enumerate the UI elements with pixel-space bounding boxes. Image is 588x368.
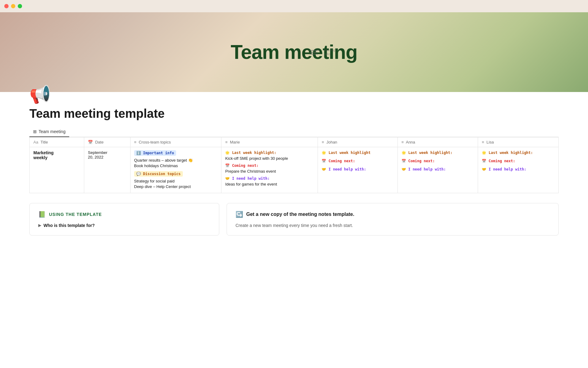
important-info-tag: ℹ️ Important info xyxy=(134,150,218,157)
lisa-last-week-label: 🌟 Last week highlight: xyxy=(482,151,533,155)
cell-lisa: 🌟 Last week highlight: 📅 Coming next: 🤝 … xyxy=(478,147,559,193)
johan-coming-next-label: 📅 Coming next: xyxy=(322,159,355,163)
lisa-last-week: 🌟 Last week highlight: xyxy=(482,150,555,156)
col-johan-label: Johan xyxy=(326,140,337,144)
discussion-topics-badge: 💬 Discussion topics xyxy=(134,171,183,177)
page-title: Team meeting template xyxy=(29,107,559,121)
marie-coming-next: 📅 Coming next: Prepare the Christmas eve… xyxy=(225,163,314,174)
cross-line-1: Quarter results – above target 👏 xyxy=(134,158,218,163)
lisa-help: 🤝 I need help with: xyxy=(482,167,555,173)
watermark-logo xyxy=(310,48,322,57)
col-header-title: Aa Title xyxy=(30,137,84,147)
col-header-cross: ≡ Cross-team topics xyxy=(130,137,221,147)
marie-help-value: Ideas for games for the event xyxy=(225,182,314,186)
minimize-button[interactable] xyxy=(11,4,15,8)
col-header-johan: ≡ Johan xyxy=(318,137,398,147)
col-date-label: Date xyxy=(95,140,104,144)
cross-line-2: Book holidays Christmas xyxy=(134,163,218,168)
marie-help: 🤝 I need help with: Ideas for games for … xyxy=(225,176,314,186)
col-header-marie: ≡ Marie xyxy=(221,137,318,147)
cell-anna: 🌟 Last week highlight: 📅 Coming next: 🤝 … xyxy=(398,147,478,193)
important-info-badge: ℹ️ Important info xyxy=(134,150,176,156)
row-date: September20, 2022 xyxy=(88,150,107,159)
marie-coming-next-value: Prepare the Christmas event xyxy=(225,169,314,174)
get-copy-title: Get a new copy of the meeting notes temp… xyxy=(246,212,354,217)
watermark-text: learning talks xyxy=(324,48,335,56)
anna-col-icon: ≡ xyxy=(401,140,404,144)
date-col-icon: 📅 xyxy=(88,140,93,144)
table-header-row: Aa Title 📅 Date ≡ Cross-team topics ≡ Ma… xyxy=(30,137,559,147)
main-content: Team meeting template ⊞ Team meeting Aa … xyxy=(0,107,588,193)
hero-banner: Team meeting learning talks xyxy=(0,12,588,92)
maximize-button[interactable] xyxy=(18,4,22,8)
marie-coming-next-label: 📅 Coming next: xyxy=(225,163,258,168)
page-icon-area: 📢 xyxy=(0,86,588,103)
lisa-help-label: 🤝 I need help with: xyxy=(482,167,526,171)
tab-row: ⊞ Team meeting xyxy=(29,127,559,137)
cross-col-icon: ≡ xyxy=(134,140,137,144)
cell-title: Marketingweekly xyxy=(30,147,84,193)
lisa-coming-next-label: 📅 Coming next: xyxy=(482,159,515,163)
title-col-icon: Aa xyxy=(33,140,38,144)
col-marie-label: Marie xyxy=(230,140,240,144)
discussion-line-2: Deep dive – Help Center project xyxy=(134,184,218,189)
card-left-header: 📗 USING THE TEMPLATE xyxy=(38,211,210,218)
titlebar xyxy=(0,0,588,12)
tab-team-meeting[interactable]: ⊞ Team meeting xyxy=(29,127,69,137)
chevron-icon: ▶ xyxy=(38,223,41,228)
anna-coming-next-label: 📅 Coming next: xyxy=(401,159,435,163)
col-header-lisa: ≡ Lisa xyxy=(478,137,559,147)
anna-help: 🤝 I need help with: xyxy=(401,167,474,173)
cell-cross-team: ℹ️ Important info Quarter results – abov… xyxy=(130,147,221,193)
marie-help-label: 🤝 I need help with: xyxy=(225,176,270,181)
marie-col-icon: ≡ xyxy=(225,140,228,144)
col-title-label: Title xyxy=(40,140,48,144)
col-cross-label: Cross-team topics xyxy=(139,140,171,144)
discussion-line-1: Strategy for social paid xyxy=(134,179,218,183)
table-row: Marketingweekly September20, 2022 ℹ️ Imp… xyxy=(30,147,559,193)
cell-date: September20, 2022 xyxy=(84,147,130,193)
get-copy-icon: ↪️ xyxy=(236,211,243,218)
lisa-col-icon: ≡ xyxy=(482,140,484,144)
anna-last-week-label: 🌟 Last week highlight: xyxy=(401,151,453,155)
who-is-this-label: Who is this template for? xyxy=(43,223,95,228)
johan-col-icon: ≡ xyxy=(322,140,324,144)
using-template-title: USING THE TEMPLATE xyxy=(49,212,102,217)
anna-coming-next: 📅 Coming next: xyxy=(401,159,474,164)
marie-last-week-value: Kick-off SME project with 30 people xyxy=(225,156,314,161)
marie-last-week: 🌟 Last week highlight: Kick-off SME proj… xyxy=(225,150,314,161)
anna-last-week: 🌟 Last week highlight: xyxy=(401,150,474,156)
row-title: Marketingweekly xyxy=(33,150,54,160)
johan-help: 🤝 I need help with: xyxy=(322,167,394,173)
col-anna-label: Anna xyxy=(406,140,415,144)
cell-johan: 🌟 Last week highlight 📅 Coming next: 🤝 I… xyxy=(318,147,398,193)
page-icon: 📢 xyxy=(29,85,51,104)
johan-last-week-label: 🌟 Last week highlight xyxy=(322,151,371,155)
tab-icon: ⊞ xyxy=(33,129,37,134)
johan-coming-next: 📅 Coming next: xyxy=(322,159,394,164)
who-is-this-collapsible[interactable]: ▶ Who is this template for? xyxy=(38,223,210,228)
using-template-card: 📗 USING THE TEMPLATE ▶ Who is this templ… xyxy=(29,203,219,236)
get-copy-subtitle: Create a new team meeting every time you… xyxy=(236,223,550,228)
marie-last-week-label: 🌟 Last week highlight: xyxy=(225,151,276,155)
discussion-topics-section: 💬 Discussion topics Strategy for social … xyxy=(134,171,218,189)
bottom-section: 📗 USING THE TEMPLATE ▶ Who is this templ… xyxy=(0,203,588,248)
col-header-anna: ≡ Anna xyxy=(398,137,478,147)
johan-help-label: 🤝 I need help with: xyxy=(322,167,366,171)
hero-title: Team meeting xyxy=(231,41,357,63)
hero-watermark: learning talks xyxy=(310,48,335,57)
anna-help-label: 🤝 I need help with: xyxy=(401,167,446,171)
close-button[interactable] xyxy=(4,4,9,8)
tab-label: Team meeting xyxy=(39,129,66,134)
col-header-date: 📅 Date xyxy=(84,137,130,147)
using-template-icon: 📗 xyxy=(38,211,46,218)
cell-marie: 🌟 Last week highlight: Kick-off SME proj… xyxy=(221,147,318,193)
data-table: Aa Title 📅 Date ≡ Cross-team topics ≡ Ma… xyxy=(29,137,559,193)
johan-last-week: 🌟 Last week highlight xyxy=(322,150,394,156)
col-lisa-label: Lisa xyxy=(487,140,494,144)
lisa-coming-next: 📅 Coming next: xyxy=(482,159,555,164)
card-right-header: ↪️ Get a new copy of the meeting notes t… xyxy=(236,211,550,218)
get-new-copy-card: ↪️ Get a new copy of the meeting notes t… xyxy=(227,203,559,236)
